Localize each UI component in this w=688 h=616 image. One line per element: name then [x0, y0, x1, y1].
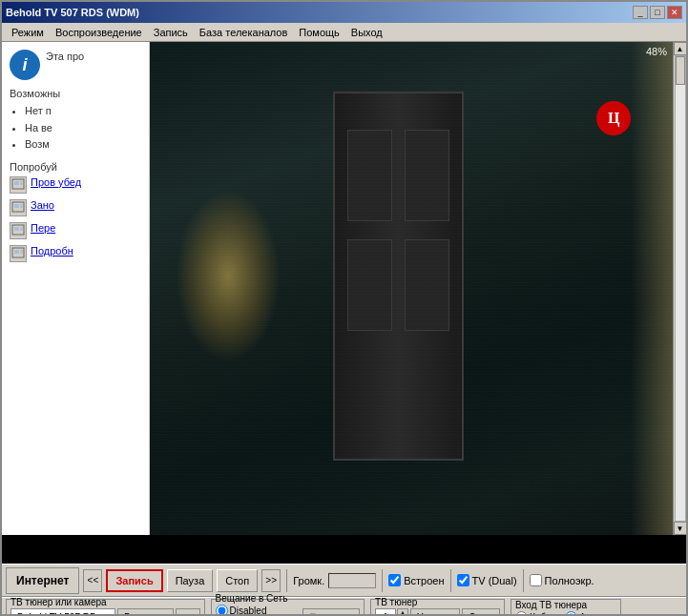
- network-controls: Disabled Direct streaming Просмотр: [216, 605, 360, 617]
- tv-tuner-label: ТВ тюнер: [375, 597, 500, 607]
- disabled-radio[interactable]: [216, 605, 228, 617]
- spin-arrows: ▲ ▼: [397, 608, 408, 616]
- action-text-2[interactable]: Зано: [31, 199, 54, 211]
- minimize-btn[interactable]: _: [633, 6, 648, 19]
- try-label: Попробуй: [10, 161, 141, 173]
- delete-btn[interactable]: Удалить: [410, 608, 460, 616]
- features-label: Возможны: [10, 88, 141, 99]
- tuner-dropdown[interactable]: Behold TV 507 RD: [10, 608, 115, 616]
- svg-rect-11: [20, 250, 23, 254]
- nav-left-btn[interactable]: <<: [83, 569, 102, 592]
- menu-channels[interactable]: База телеканалов: [194, 25, 294, 40]
- menubar: Режим Воспроизведение Запись База телека…: [2, 23, 686, 42]
- separator-3: [450, 569, 451, 592]
- maximize-btn[interactable]: □: [650, 6, 665, 19]
- titlebar: Behold TV 507 RDS (WDM) _ □ ✕: [2, 2, 686, 23]
- channel-inner: ТВ тюнер ▲ ▼ Удалить Скан.: [375, 597, 500, 616]
- record-btn[interactable]: Запись: [106, 569, 162, 592]
- menu-mode[interactable]: Режим: [6, 25, 50, 40]
- channel-input[interactable]: [375, 608, 396, 616]
- info-title: Эта про: [46, 50, 84, 64]
- pause-btn[interactable]: Пауза: [167, 569, 214, 592]
- action-text-1[interactable]: Пров убед: [31, 176, 81, 188]
- disabled-label: Disabled: [230, 606, 267, 616]
- input-group-label: Вход ТВ тюнера: [515, 600, 616, 610]
- network-label: Вещание в Сеть: [216, 593, 360, 604]
- input-radios: Кабель Антенна: [515, 611, 616, 617]
- channel-group: ТВ тюнер ▲ ▼ Удалить Скан.: [370, 599, 505, 616]
- fullscreen-label: Полноэкр.: [545, 575, 594, 586]
- action-icon-4: [10, 245, 27, 262]
- builtin-check-group: Встроен: [388, 574, 444, 586]
- video-wrapper: Ц 48% ▲ ▼: [150, 42, 686, 535]
- bottom-panel: ТВ тюнер или камера Behold TV 507 RD Вкл…: [2, 597, 686, 616]
- features-list: Нет п На ве Возм: [10, 103, 141, 154]
- volume-slider[interactable]: [328, 573, 376, 588]
- cable-radio-label: Кабель: [530, 612, 561, 617]
- info-icon: i: [10, 50, 40, 80]
- separator-1: [286, 569, 287, 592]
- nav-btn[interactable]: >>: [176, 608, 200, 616]
- scan-btn[interactable]: Скан.: [462, 608, 500, 616]
- builtin-checkbox[interactable]: [388, 574, 401, 586]
- nav-right-btn[interactable]: >>: [261, 569, 281, 592]
- antenna-radio-row: Антенна: [565, 611, 616, 617]
- scroll-track[interactable]: [675, 55, 686, 522]
- menu-exit[interactable]: Выход: [345, 25, 388, 40]
- cable-radio-row: Кабель: [515, 611, 561, 617]
- info-header: i Эта про: [10, 50, 141, 80]
- svg-rect-2: [20, 181, 23, 185]
- input-inner: Вход ТВ тюнера Кабель Антенна: [515, 600, 616, 617]
- tvdual-label: TV (Dual): [472, 575, 517, 586]
- svg-rect-8: [20, 227, 23, 231]
- menu-help[interactable]: Помощь: [293, 25, 345, 40]
- action-item-1: Пров убед: [10, 176, 141, 194]
- video-area: Ц 48%: [150, 42, 673, 535]
- tuner-inner: ТВ тюнер или камера Behold TV 507 RD Вкл…: [10, 597, 200, 616]
- close-btn[interactable]: ✕: [667, 6, 682, 19]
- feature-item: На ве: [25, 120, 141, 137]
- scroll-thumb[interactable]: [676, 56, 685, 85]
- volume-label: Громк.: [293, 575, 324, 586]
- channel-controls: ▲ ▼ Удалить Скан.: [375, 608, 500, 616]
- disabled-radio-row: Disabled: [216, 605, 300, 617]
- action-text-3[interactable]: Пере: [31, 222, 55, 234]
- try-section: Попробуй Пров убед Зано Пере: [10, 161, 141, 262]
- action-item-2: Зано: [10, 199, 141, 216]
- enable-btn[interactable]: Включить: [117, 608, 174, 616]
- video-scrollbar[interactable]: ▲ ▼: [673, 42, 686, 535]
- action-text-4[interactable]: Подробн: [31, 245, 73, 257]
- action-icon-1: [10, 176, 27, 194]
- preview-btn[interactable]: Просмотр: [302, 608, 360, 616]
- fullscreen-checkbox[interactable]: [530, 574, 542, 586]
- spin-up[interactable]: ▲: [397, 608, 408, 616]
- scroll-up-btn[interactable]: ▲: [674, 42, 687, 55]
- svg-rect-4: [14, 204, 19, 208]
- menu-playback[interactable]: Воспроизведение: [50, 25, 148, 40]
- main-content: i Эта про Возможны Нет п На ве Возм Попр…: [2, 42, 686, 535]
- stop-btn[interactable]: Стоп: [217, 569, 258, 592]
- action-icon-2: [10, 199, 27, 216]
- input-group: Вход ТВ тюнера Кабель Антенна: [511, 599, 621, 616]
- info-panel: i Эта про Возможны Нет п На ве Возм Попр…: [2, 42, 150, 535]
- network-group: Вещание в Сеть Disabled Direct streaming…: [211, 599, 365, 616]
- fullscreen-check-group: Полноэкр.: [530, 574, 594, 586]
- tvdual-checkbox[interactable]: [457, 574, 469, 586]
- svg-rect-5: [20, 204, 23, 208]
- svg-rect-7: [14, 227, 19, 231]
- scroll-down-btn[interactable]: ▼: [674, 522, 687, 535]
- network-inner: Вещание в Сеть Disabled Direct streaming…: [216, 593, 360, 617]
- feature-item: Возм: [25, 136, 141, 154]
- window-title: Behold TV 507 RDS (WDM): [6, 7, 139, 18]
- antenna-radio[interactable]: [565, 611, 577, 617]
- scan-lines: [150, 42, 673, 535]
- cable-radio[interactable]: [515, 611, 528, 617]
- menu-record[interactable]: Запись: [148, 25, 194, 40]
- tuner-controls: Behold TV 507 RD Включить >>: [10, 608, 200, 616]
- action-icon-3: [10, 222, 27, 239]
- action-item-4: Подробн: [10, 245, 141, 262]
- separator-2: [382, 569, 383, 592]
- internet-btn[interactable]: Интернет: [6, 567, 79, 594]
- action-item-3: Пере: [10, 222, 141, 239]
- tvdual-check-group: TV (Dual): [457, 574, 517, 586]
